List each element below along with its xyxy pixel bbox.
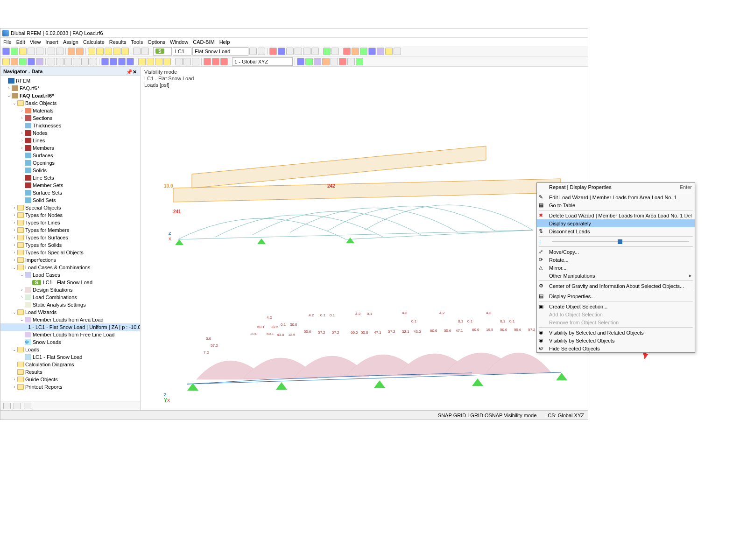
- t22-icon[interactable]: [305, 58, 313, 65]
- results-icon[interactable]: [331, 48, 339, 55]
- context-menu[interactable]: Repeat | Display PropertiesEnter ✎Edit L…: [536, 182, 695, 353]
- ctx-create-selection[interactable]: ▣Create Object Selection...: [537, 302, 695, 310]
- node-tool-icon[interactable]: [2, 58, 10, 65]
- red-icon[interactable]: [343, 48, 351, 55]
- menu-edit[interactable]: Edit: [16, 39, 25, 45]
- line-tool-icon[interactable]: [11, 58, 18, 65]
- ctx-disconnect-loads[interactable]: ⇅Disconnect Loads: [537, 227, 695, 235]
- ctx-slider[interactable]: ↕: [537, 238, 695, 245]
- ctx-edit-wizard[interactable]: ✎Edit Load Wizard | Member Loads from Ar…: [537, 193, 695, 201]
- basic-members[interactable]: ›Members: [0, 144, 140, 152]
- t13-icon[interactable]: [155, 58, 162, 65]
- t16-icon[interactable]: [183, 58, 191, 65]
- menu-options[interactable]: Options: [148, 39, 165, 45]
- lc1-node[interactable]: LC1 - Flat Snow Load: [43, 280, 92, 285]
- toolbar-row-1[interactable]: S LC1 Flat Snow Load: [0, 46, 588, 56]
- group-types-for-members[interactable]: ›Types for Members: [0, 226, 140, 234]
- basic-lines[interactable]: ›Lines: [0, 137, 140, 144]
- menu-window[interactable]: Window: [170, 39, 188, 45]
- rotate-icon[interactable]: [113, 48, 120, 55]
- menu-help[interactable]: Help: [219, 39, 230, 45]
- view2-icon[interactable]: [295, 48, 302, 55]
- loads-lc1[interactable]: LC1 - Flat Snow Load: [33, 354, 82, 360]
- t27-icon[interactable]: [347, 58, 355, 65]
- basic-sections[interactable]: ›Sections: [0, 114, 140, 122]
- redo-icon[interactable]: [76, 48, 84, 55]
- view3-icon[interactable]: [303, 48, 310, 55]
- toggle1-icon[interactable]: [133, 48, 141, 55]
- root-rfem[interactable]: RFEM: [16, 78, 30, 84]
- new-icon[interactable]: [2, 48, 10, 55]
- ctx-display-separately[interactable]: Display separately: [537, 219, 695, 227]
- misc-icon[interactable]: [394, 48, 401, 55]
- t12-icon[interactable]: [147, 58, 154, 65]
- group-types-for-special-objects[interactable]: ›Types for Special Objects: [0, 249, 140, 256]
- basic-nodes[interactable]: ›Nodes: [0, 129, 140, 137]
- t26-icon[interactable]: [339, 58, 346, 65]
- view1-icon[interactable]: [286, 48, 294, 55]
- t23-icon[interactable]: [314, 58, 321, 65]
- design-sit[interactable]: Design Situations: [33, 287, 73, 293]
- ctx-display-props[interactable]: ▤Display Properties...: [537, 292, 695, 300]
- zoom-icon[interactable]: [88, 48, 95, 55]
- load-wizards[interactable]: Load Wizards: [25, 309, 56, 315]
- t24-icon[interactable]: [322, 58, 330, 65]
- t15-icon[interactable]: [175, 58, 183, 65]
- next-case-icon[interactable]: [258, 48, 265, 55]
- navigator-tree[interactable]: RFEM ›FAQ.rf6* ⌄FAQ Load.rf6* ⌄Basic Obj…: [0, 76, 140, 401]
- ctx-goto-table[interactable]: ▦Go to Table: [537, 201, 695, 209]
- basic-surfaces[interactable]: Surfaces: [0, 152, 140, 159]
- basic-openings[interactable]: Openings: [0, 159, 140, 167]
- mlfa[interactable]: Member Loads from Area Load: [33, 317, 104, 322]
- menu-view[interactable]: View: [30, 39, 41, 45]
- basic-member-sets[interactable]: Member Sets: [0, 182, 140, 189]
- loads[interactable]: Loads: [25, 347, 39, 352]
- filter-icon[interactable]: [269, 48, 277, 55]
- t20-icon[interactable]: [220, 58, 228, 65]
- undo-icon[interactable]: [68, 48, 75, 55]
- t1-icon[interactable]: [48, 58, 55, 65]
- t7-icon[interactable]: [101, 58, 109, 65]
- display-icon[interactable]: [278, 48, 285, 55]
- menu-cadbim[interactable]: CAD-BIM: [193, 39, 214, 45]
- surface-tool-icon[interactable]: [28, 58, 35, 65]
- t18-icon[interactable]: [204, 58, 211, 65]
- run-icon[interactable]: [323, 48, 331, 55]
- copy-icon[interactable]: [48, 48, 55, 55]
- nav-guide-objects[interactable]: ›Guide Objects: [0, 376, 140, 383]
- t19-icon[interactable]: [212, 58, 219, 65]
- green-icon[interactable]: [360, 48, 367, 55]
- close-icon[interactable]: ✕: [133, 69, 137, 74]
- member-tool-icon[interactable]: [19, 58, 27, 65]
- paste-icon[interactable]: [56, 48, 63, 55]
- ctx-hide-selected[interactable]: ⊘Hide Selected Objects: [537, 344, 695, 352]
- file-faq[interactable]: FAQ.rf6*: [20, 85, 39, 91]
- status-snap-modes[interactable]: SNAP GRID LGRID OSNAP Visibility mode: [438, 413, 537, 418]
- t17-icon[interactable]: [192, 58, 199, 65]
- group-types-for-nodes[interactable]: ›Types for Nodes: [0, 211, 140, 219]
- nav-tab-data-icon[interactable]: [3, 403, 11, 409]
- save-icon[interactable]: [19, 48, 27, 55]
- basic-line-sets[interactable]: Line Sets: [0, 174, 140, 182]
- t14-icon[interactable]: [163, 58, 171, 65]
- slider-thumb[interactable]: [618, 239, 622, 244]
- t9-icon[interactable]: [118, 58, 126, 65]
- file-faqload[interactable]: FAQ Load.rf6*: [20, 93, 54, 98]
- static-analysis[interactable]: Static Analysis Settings: [33, 302, 86, 308]
- open-icon[interactable]: [11, 48, 18, 55]
- menu-tools[interactable]: Tools: [131, 39, 143, 45]
- main-menu[interactable]: File Edit View Insert Assign Calculate R…: [0, 38, 588, 46]
- basic-materials[interactable]: ›Materials: [0, 107, 140, 114]
- t4-icon[interactable]: [73, 58, 80, 65]
- ctx-delete-wizard[interactable]: ✖Delete Load Wizard | Member Loads from …: [537, 211, 695, 219]
- model-viewport[interactable]: Visibility mode LC1 - Flat Snow Load Loa…: [141, 67, 588, 410]
- lcc[interactable]: Load Cases & Combinations: [25, 265, 90, 270]
- group-types-for-lines[interactable]: ›Types for Lines: [0, 219, 140, 226]
- t11-icon[interactable]: [138, 58, 146, 65]
- nav-results[interactable]: Results: [0, 368, 140, 376]
- saveall-icon[interactable]: [28, 48, 35, 55]
- reset-view-icon[interactable]: [121, 48, 129, 55]
- print-icon[interactable]: [36, 48, 43, 55]
- nav-printout-reports[interactable]: ›Printout Reports: [0, 383, 140, 391]
- pan-icon[interactable]: [105, 48, 112, 55]
